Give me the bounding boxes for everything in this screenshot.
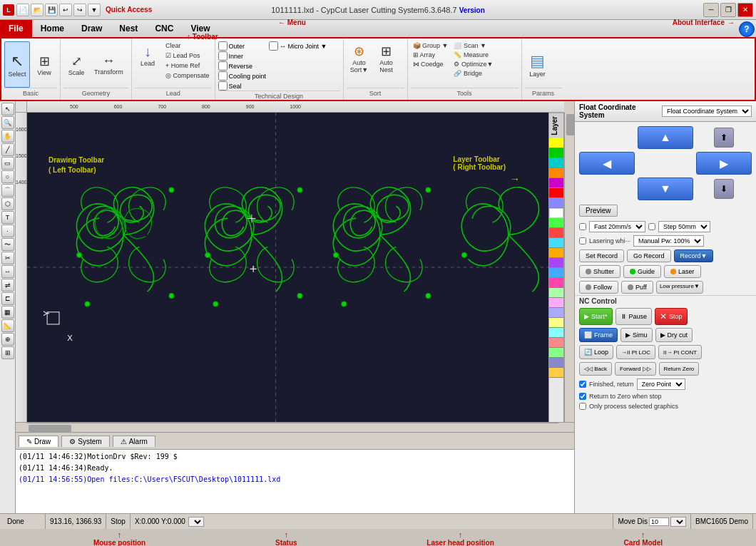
zero-point-select[interactable]: Zero Point <box>637 378 685 390</box>
finished-return-checkbox[interactable] <box>579 381 586 388</box>
layer-color-orange[interactable] <box>549 168 563 178</box>
lead-pos-btn[interactable]: ☑ Lead Pos <box>163 51 212 60</box>
layer-color-red[interactable] <box>549 188 563 198</box>
layer-color-green-light[interactable] <box>549 218 563 228</box>
lv-snap-btn[interactable]: ⊕ <box>1 333 14 346</box>
layer-color-blue[interactable] <box>549 268 563 278</box>
return-zero-stop-checkbox[interactable] <box>579 393 586 400</box>
puff-btn[interactable]: Puff <box>621 281 653 294</box>
home-ref-btn[interactable]: + Home Ref <box>163 61 212 70</box>
lasering-checkbox[interactable] <box>579 237 586 244</box>
tab-draw[interactable]: ✎ Draw <box>19 436 58 447</box>
layer-color-salmon[interactable] <box>549 338 563 348</box>
qa-open-btn[interactable]: 📂 <box>31 4 44 16</box>
lv-offset-btn[interactable]: ⊏ <box>1 292 14 305</box>
reverse-checkbox[interactable] <box>218 61 228 71</box>
lv-select-btn[interactable]: ↖ <box>1 103 14 115</box>
qa-save-btn[interactable]: 💾 <box>45 4 58 16</box>
pt-loc-btn[interactable]: →II Pt LOC <box>616 345 655 359</box>
layer-color-cyan[interactable] <box>549 158 563 168</box>
optimize-btn[interactable]: ⚙ Optimize▼ <box>451 60 495 68</box>
fast-speed-checkbox[interactable] <box>579 223 586 230</box>
dir-right-btn[interactable]: ▶ <box>696 152 752 175</box>
menu-home[interactable]: Home <box>32 20 73 37</box>
tab-alarm[interactable]: ⚠ Alarm <box>113 436 155 447</box>
lv-trim-btn[interactable]: ✂ <box>1 252 14 264</box>
dry-cut-btn[interactable]: ▶ Dry cut <box>655 328 693 342</box>
return-zero-btn[interactable]: Return Zero <box>659 362 700 376</box>
horizontal-scrollbar[interactable] <box>27 423 558 433</box>
cooling-checkbox[interactable] <box>218 71 228 81</box>
menu-draw[interactable]: Draw <box>73 20 111 37</box>
menu-file[interactable]: File <box>0 20 32 37</box>
tab-system[interactable]: ⚙ System <box>61 436 109 447</box>
loop-btn[interactable]: 🔄 Loop <box>579 345 613 359</box>
lv-zoom-btn[interactable]: 🔍 <box>1 116 14 129</box>
preview-btn[interactable]: Preview <box>579 205 618 217</box>
auto-sort-btn[interactable]: ⊛ Auto Sort▼ <box>347 41 372 76</box>
layer-color-magenta[interactable] <box>549 178 563 188</box>
move-dis-dropdown[interactable] <box>670 517 686 527</box>
go-record-btn[interactable]: Go Record <box>627 249 671 262</box>
set-record-btn[interactable]: Set Record <box>579 249 624 262</box>
array-btn[interactable]: ⊞ Array <box>411 51 451 59</box>
vertical-scrollbar[interactable] <box>564 113 574 422</box>
bridge-btn[interactable]: 🔗 Bridge <box>451 69 495 78</box>
low-pressure-btn[interactable]: Low pressure▼ <box>656 281 703 294</box>
canvas-drawing-area[interactable]: Y X Drawing Toolbar( Left Toolbar) <box>27 113 548 422</box>
move-dis-input[interactable] <box>649 517 669 526</box>
lv-grid-btn[interactable]: ⊞ <box>1 346 14 359</box>
layer-color-gold[interactable] <box>549 368 563 378</box>
lv-line-btn[interactable]: ╱ <box>1 143 14 156</box>
layer-color-periwinkle[interactable] <box>549 308 563 318</box>
lv-mirror-btn[interactable]: ⇌ <box>1 279 14 292</box>
back-btn[interactable]: ◁◁ Back <box>579 362 612 376</box>
transform-tool-btn[interactable]: ↔ Transform <box>91 41 127 88</box>
close-btn[interactable]: ✕ <box>737 3 753 17</box>
coedge-btn[interactable]: ⋈ Coedge <box>411 60 451 68</box>
auto-nest-btn[interactable]: ⊞ Auto Nest <box>374 41 399 76</box>
layer-color-amber[interactable] <box>549 248 563 258</box>
shutter-btn[interactable]: Shutter <box>579 265 620 278</box>
scale-tool-btn[interactable]: ⤢ Scale <box>63 41 89 88</box>
dir-down-right-btn[interactable]: ⬇ <box>714 179 734 199</box>
lv-hatch-btn[interactable]: ▦ <box>1 306 14 319</box>
layer-color-lime[interactable] <box>549 348 563 358</box>
view-tool-btn[interactable]: ⊞ View <box>31 41 57 88</box>
minimize-btn[interactable]: ─ <box>703 3 719 17</box>
step-checkbox[interactable] <box>648 223 655 230</box>
outer-checkbox[interactable] <box>218 41 228 51</box>
lv-pan-btn[interactable]: ✋ <box>1 130 14 143</box>
follow-btn[interactable]: Follow <box>579 281 618 294</box>
seal-checkbox[interactable] <box>218 81 228 91</box>
layer-color-aqua[interactable] <box>549 328 563 338</box>
layer-color-indigo[interactable] <box>549 358 563 368</box>
dir-left-btn[interactable]: ◀ <box>579 152 635 175</box>
layer-color-violet[interactable] <box>549 258 563 268</box>
guide-btn[interactable]: Guide <box>623 265 661 278</box>
qa-undo-btn[interactable]: ↩ <box>59 4 72 16</box>
stop-btn[interactable]: ✕ Stop <box>655 308 688 325</box>
layer-color-lavender[interactable] <box>549 298 563 308</box>
simu-btn[interactable]: ▶ Simu <box>620 328 653 342</box>
layer-color-white[interactable] <box>549 208 563 218</box>
layer-btn[interactable]: ▤ Layer <box>525 41 551 88</box>
layer-color-mint[interactable] <box>549 288 563 298</box>
layer-color-pink[interactable] <box>549 278 563 288</box>
laser-pos-dropdown[interactable] <box>188 517 204 527</box>
menu-cnc[interactable]: CNC <box>146 20 182 37</box>
select-tool-btn[interactable]: ↖ Select <box>4 41 30 88</box>
measure-btn[interactable]: 📏 Measure <box>451 51 495 59</box>
layer-color-red-light[interactable] <box>549 228 563 238</box>
microjoint-checkbox[interactable] <box>269 41 278 51</box>
layer-color-yellow-light[interactable] <box>549 318 563 328</box>
lv-arc-btn[interactable]: ⌒ <box>1 184 14 197</box>
compensate-btn[interactable]: ◎ Compensate <box>163 71 212 80</box>
qa-new-btn[interactable]: 📄 <box>16 4 29 16</box>
coord-system-dropdown[interactable]: Float Coordinate System <box>662 105 752 117</box>
group-btn[interactable]: 📦 Group ▼ <box>411 41 451 50</box>
lv-point-btn[interactable]: · <box>1 225 14 237</box>
dir-up-right-btn[interactable]: ⬆ <box>714 128 734 148</box>
restore-btn[interactable]: ❐ <box>720 3 736 17</box>
scrollbar-h-thumb[interactable] <box>29 425 71 432</box>
